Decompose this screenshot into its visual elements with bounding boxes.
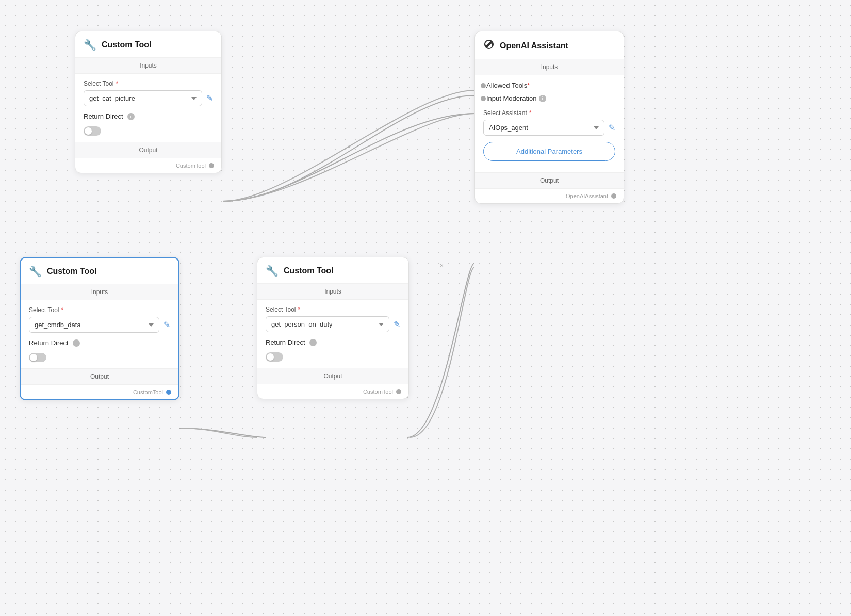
select-tool-label-top: Select Tool * xyxy=(84,80,213,87)
wrench-icon-top: 🔧 xyxy=(84,39,96,51)
inputs-section-bc: Inputs xyxy=(257,284,408,300)
openai-output-port[interactable] xyxy=(611,193,616,199)
node-footer-top: CustomTool xyxy=(75,158,221,173)
wrench-icon-bottom-left: 🔧 xyxy=(29,265,42,278)
additional-params-button[interactable]: Additional Parameters xyxy=(483,142,615,161)
node-body-bottom-left: Select Tool * get_cmdb_data ✎ Return Dir… xyxy=(21,300,178,368)
openai-inputs-section: Inputs xyxy=(475,59,624,75)
cross-marker-1[interactable]: × xyxy=(347,143,351,151)
openai-assistant-node: OpenAI Assistant Inputs Allowed Tools * … xyxy=(474,31,624,204)
return-direct-row-top: Return Direct i xyxy=(84,112,213,120)
select-assistant-label: Select Assistant * xyxy=(483,109,615,117)
output-port-bc[interactable] xyxy=(396,389,401,394)
select-tool-label-bl: Select Tool * xyxy=(29,306,170,314)
required-star-allowed: * xyxy=(527,82,530,89)
openai-output-section: Output xyxy=(475,172,624,189)
info-icon-moderation[interactable]: i xyxy=(539,95,546,102)
edit-icon-assistant[interactable]: ✎ xyxy=(609,123,615,133)
select-tool-label-bc: Select Tool * xyxy=(266,306,400,313)
allowed-tools-label: Allowed Tools xyxy=(486,82,527,89)
node-title-bottom-left: Custom Tool xyxy=(47,267,97,276)
node-footer-bl: CustomTool xyxy=(21,385,178,399)
return-direct-label-top: Return Direct xyxy=(84,112,123,120)
select-wrapper-bc: get_person_on_duty ✎ xyxy=(266,316,400,332)
return-direct-label-bc: Return Direct xyxy=(266,338,305,346)
wrench-icon-bc: 🔧 xyxy=(266,265,279,277)
openai-footer: OpenAIAssistant xyxy=(475,189,624,203)
output-section-top: Output xyxy=(75,142,221,158)
openai-header: OpenAI Assistant xyxy=(475,31,624,59)
node-footer-bc: CustomTool xyxy=(257,384,408,399)
node-title-top: Custom Tool xyxy=(102,40,152,50)
required-star-assistant: * xyxy=(529,109,532,117)
footer-label-bc: CustomTool xyxy=(363,388,393,395)
node-title-bc: Custom Tool xyxy=(284,266,334,275)
allowed-tools-row: Allowed Tools * xyxy=(483,82,615,89)
toggle-bc[interactable] xyxy=(266,352,283,362)
required-star-top: * xyxy=(116,80,118,87)
output-port-top[interactable] xyxy=(209,163,214,168)
openai-node-body: Allowed Tools * Input Moderation i Selec… xyxy=(475,75,624,172)
allowed-tools-port[interactable] xyxy=(481,83,486,88)
edit-icon-bc[interactable]: ✎ xyxy=(394,319,400,329)
return-direct-label-bl: Return Direct xyxy=(29,339,69,347)
input-moderation-port[interactable] xyxy=(481,96,486,101)
cross-marker-3[interactable]: × xyxy=(440,262,444,269)
output-section-bl: Output xyxy=(21,368,178,385)
openai-title: OpenAI Assistant xyxy=(500,41,568,51)
select-tool-dropdown-bl[interactable]: get_cmdb_data xyxy=(29,317,159,333)
select-wrapper-top: get_cat_picture ✎ xyxy=(84,90,213,106)
output-port-bl[interactable] xyxy=(166,390,171,395)
custom-tool-node-bottom-left: 🔧 Custom Tool Inputs Select Tool * get_c… xyxy=(20,257,179,400)
info-icon-top[interactable]: i xyxy=(127,113,135,120)
footer-label-bl: CustomTool xyxy=(133,389,163,395)
edit-icon-top[interactable]: ✎ xyxy=(206,93,213,103)
input-moderation-row: Input Moderation i xyxy=(483,94,615,102)
edit-icon-bl[interactable]: ✎ xyxy=(163,320,170,330)
return-direct-row-bc: Return Direct i xyxy=(266,338,400,346)
output-section-bc: Output xyxy=(257,368,408,384)
select-assistant-dropdown[interactable]: AIOps_agent xyxy=(483,120,604,136)
select-tool-dropdown-bc[interactable]: get_person_on_duty xyxy=(266,316,389,332)
info-icon-bl[interactable]: i xyxy=(73,339,80,347)
node-body-bc: Select Tool * get_person_on_duty ✎ Retur… xyxy=(257,300,408,368)
input-moderation-label: Input Moderation xyxy=(486,94,537,102)
select-tool-dropdown-top[interactable]: get_cat_picture xyxy=(84,90,202,106)
custom-tool-node-top: 🔧 Custom Tool Inputs Select Tool * get_c… xyxy=(75,31,222,173)
select-wrapper-bl: get_cmdb_data ✎ xyxy=(29,317,170,333)
footer-label-top: CustomTool xyxy=(176,163,206,169)
toggle-bl[interactable] xyxy=(29,353,46,362)
select-assistant-wrapper: AIOps_agent ✎ xyxy=(483,120,615,136)
node-body-top: Select Tool * get_cat_picture ✎ Return D… xyxy=(75,74,221,142)
openai-icon xyxy=(483,39,495,53)
info-icon-bc[interactable]: i xyxy=(309,339,317,346)
openai-footer-label: OpenAIAssistant xyxy=(566,193,608,199)
toggle-top[interactable] xyxy=(84,126,101,136)
required-star-bc: * xyxy=(298,306,300,313)
inputs-section-bottom-left: Inputs xyxy=(21,284,178,300)
node-header-bottom-left: 🔧 Custom Tool xyxy=(21,258,178,284)
node-header-bc: 🔧 Custom Tool xyxy=(257,257,408,284)
return-direct-row-bl: Return Direct i xyxy=(29,339,170,347)
custom-tool-node-bottom-center: 🔧 Custom Tool Inputs Select Tool * get_p… xyxy=(257,257,409,399)
node-header-top: 🔧 Custom Tool xyxy=(75,31,221,58)
inputs-section-top: Inputs xyxy=(75,58,221,74)
required-star-bl: * xyxy=(61,306,63,314)
